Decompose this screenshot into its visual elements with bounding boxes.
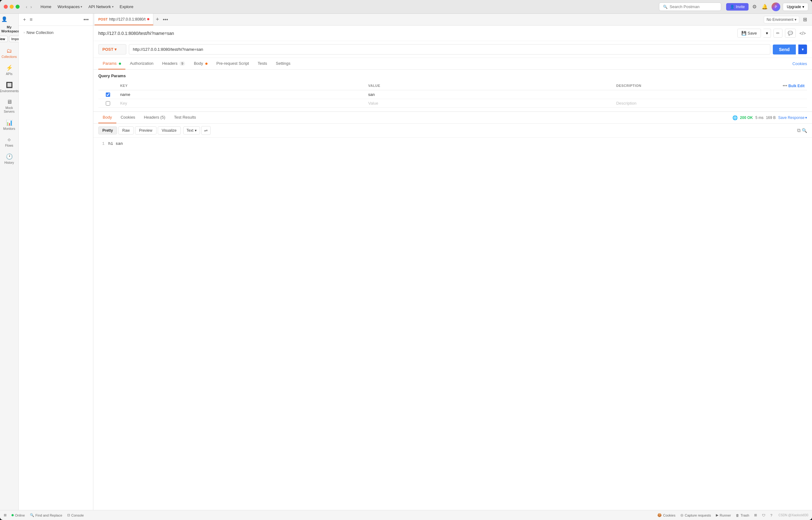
- statusbar-right: 🍪 Cookies ◎ Capture requests ▶ Runner 🗑 …: [657, 513, 808, 517]
- resp-tab-body[interactable]: Body: [98, 112, 116, 123]
- statusbar-online[interactable]: Online: [11, 514, 25, 517]
- response-size: 169 B: [766, 115, 776, 120]
- close-button[interactable]: [4, 5, 8, 9]
- find-replace-icon: 🔍: [30, 513, 34, 517]
- invite-button[interactable]: 👤 Invite: [726, 3, 749, 10]
- tab-settings[interactable]: Settings: [272, 58, 295, 70]
- param-actions-cell: [755, 90, 807, 99]
- search-bar[interactable]: 🔍: [659, 2, 721, 11]
- param-desc-cell[interactable]: [614, 90, 756, 99]
- code-button[interactable]: </>: [798, 30, 807, 37]
- sidebar-item-flows[interactable]: ⟐ Flows: [1, 134, 18, 150]
- param-row-empty: Key Value Description: [98, 99, 807, 108]
- save-dropdown-button[interactable]: ▾: [763, 29, 771, 38]
- url-input[interactable]: [129, 44, 770, 54]
- col-header-actions: ••• Bulk Edit: [755, 81, 807, 90]
- layout-toggle-button[interactable]: ⊞: [802, 15, 808, 24]
- edit-button[interactable]: ✏: [774, 29, 782, 38]
- tab-tests[interactable]: Tests: [253, 58, 271, 70]
- param-key-placeholder: Key: [120, 101, 127, 106]
- statusbar-trash[interactable]: 🗑 Trash: [736, 514, 749, 517]
- tab-pre-request[interactable]: Pre-request Script: [212, 58, 253, 70]
- collections-panel: + ≡ ••• › New Collection: [19, 14, 93, 510]
- param-key-cell[interactable]: name: [118, 90, 366, 99]
- statusbar-shield[interactable]: 🛡: [762, 514, 765, 517]
- response-type-selector[interactable]: Text ▾: [183, 126, 200, 134]
- param-desc-empty-cell[interactable]: Description: [614, 99, 756, 108]
- sidebar-item-history[interactable]: 🕐 History: [1, 151, 18, 167]
- resp-tab-headers[interactable]: Headers (5): [140, 112, 170, 123]
- tab-params[interactable]: Params: [98, 58, 125, 70]
- format-raw-button[interactable]: Raw: [118, 126, 134, 134]
- param-key-empty-cell[interactable]: Key: [118, 99, 366, 108]
- notifications-button[interactable]: 🔔: [760, 2, 769, 11]
- save-response-button[interactable]: Save Response ▾: [778, 115, 807, 120]
- search-input[interactable]: [670, 4, 717, 9]
- param-desc-placeholder: Description: [616, 101, 637, 106]
- bulk-edit-button[interactable]: Bulk Edit: [788, 84, 805, 88]
- copy-response-button[interactable]: ⧉: [797, 128, 801, 133]
- format-visualize-button[interactable]: Visualize: [158, 126, 181, 134]
- sidebar-item-monitors[interactable]: 📊 Monitors: [1, 117, 18, 133]
- nav-explore[interactable]: Explore: [117, 3, 136, 10]
- nav-workspaces[interactable]: Workspaces ▾: [55, 3, 85, 10]
- filter-button[interactable]: ≡: [29, 16, 33, 23]
- environment-selector[interactable]: No Environment ▾: [764, 16, 799, 23]
- new-button[interactable]: New: [0, 36, 8, 42]
- param-value-cell[interactable]: san: [366, 90, 614, 99]
- statusbar-help[interactable]: ?: [770, 514, 772, 517]
- settings-button[interactable]: ⚙: [751, 2, 758, 11]
- tab-body[interactable]: Body: [190, 58, 212, 70]
- statusbar-runner[interactable]: ▶ Runner: [716, 513, 731, 517]
- tab-more-button[interactable]: •••: [162, 17, 169, 22]
- statusbar-console[interactable]: ⊡ Console: [67, 513, 84, 517]
- environments-icon: 🔲: [6, 82, 13, 88]
- statusbar-grid[interactable]: ⊞: [754, 513, 757, 517]
- method-selector[interactable]: POST ▾: [98, 44, 126, 54]
- send-dropdown-button[interactable]: ▾: [798, 45, 807, 54]
- param-checkbox-empty[interactable]: [106, 101, 110, 106]
- sidebar-item-environments[interactable]: 🔲 Environments: [1, 79, 18, 96]
- collection-chevron-icon: ›: [24, 31, 25, 34]
- request-url-display: http://127.0.0.1:8080/test/hi?name=san: [98, 31, 735, 36]
- add-tab-button[interactable]: +: [153, 16, 162, 23]
- sidebar-item-apis[interactable]: ⚡ APIs: [1, 62, 18, 78]
- response-meta: 🌐 200 OK 5 ms 169 B Save Response ▾: [732, 115, 807, 120]
- active-tab[interactable]: POST http://127.0.0.1:8080/t: [94, 14, 153, 25]
- cookies-link[interactable]: Cookies: [792, 61, 807, 66]
- format-preview-button[interactable]: Preview: [135, 126, 157, 134]
- upgrade-button[interactable]: Upgrade ▾: [783, 3, 808, 11]
- add-collection-button[interactable]: +: [22, 16, 26, 23]
- statusbar-capture[interactable]: ◎ Capture requests: [680, 513, 711, 517]
- statusbar-cookies[interactable]: 🍪 Cookies: [657, 513, 675, 517]
- statusbar-find-replace[interactable]: 🔍 Find and Replace: [30, 513, 62, 517]
- param-value-empty-cell[interactable]: Value: [366, 99, 614, 108]
- param-checkbox-0[interactable]: [106, 93, 110, 97]
- comment-button[interactable]: 💬: [785, 29, 796, 38]
- forward-button[interactable]: ›: [29, 4, 33, 10]
- maximize-button[interactable]: [16, 5, 20, 9]
- panel-more-button[interactable]: •••: [83, 16, 89, 23]
- response-toolbar: Pretty Raw Preview Visualize Text ▾ ⇌ ⧉ …: [93, 124, 812, 138]
- save-button[interactable]: 💾 Save: [737, 29, 761, 38]
- tab-headers[interactable]: Headers 9: [158, 58, 190, 70]
- sidebar-item-collections[interactable]: 🗂 Collections: [1, 45, 18, 61]
- minimize-button[interactable]: [10, 5, 14, 9]
- collection-item-new[interactable]: › New Collection: [21, 28, 90, 37]
- format-pretty-button[interactable]: Pretty: [98, 126, 117, 134]
- statusbar-layout-button[interactable]: ⊞: [4, 513, 6, 517]
- tab-authorization[interactable]: Authorization: [125, 58, 158, 70]
- send-button[interactable]: Send: [773, 45, 796, 54]
- api-network-chevron-icon: ▾: [112, 5, 114, 8]
- nav-home[interactable]: Home: [38, 3, 54, 10]
- sidebar-item-mock-servers[interactable]: 🖥 Mock Servers: [1, 96, 18, 116]
- wrap-button[interactable]: ⇌: [201, 126, 211, 135]
- back-button[interactable]: ‹: [25, 4, 29, 10]
- resp-tab-test-results[interactable]: Test Results: [170, 112, 200, 123]
- tab-url: http://127.0.0.1:8080/t: [109, 17, 146, 22]
- resp-tab-cookies[interactable]: Cookies: [116, 112, 140, 123]
- params-more-button[interactable]: •••: [783, 83, 787, 88]
- nav-api-network[interactable]: API Network ▾: [86, 3, 116, 10]
- search-response-button[interactable]: 🔍: [802, 128, 807, 133]
- collections-icon: 🗂: [6, 48, 12, 54]
